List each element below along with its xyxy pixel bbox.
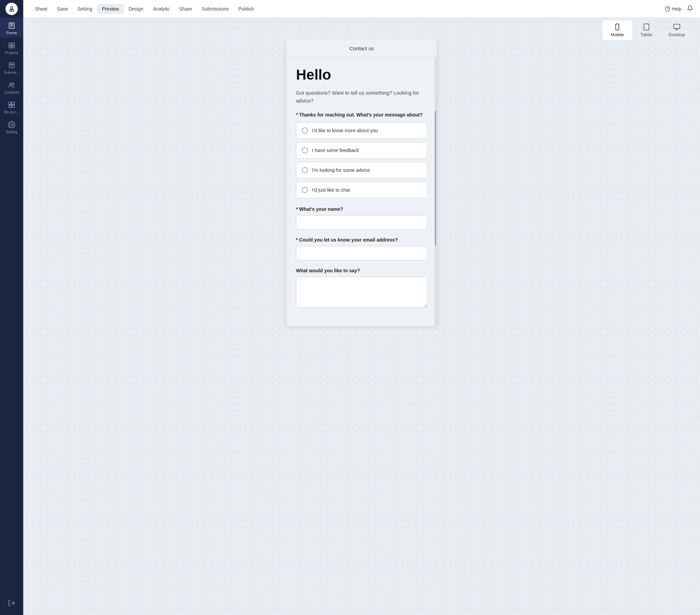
- radio-label-2: I have some feedback: [312, 148, 359, 153]
- form-subtitle: Got questions? Want to tell us something…: [296, 89, 427, 104]
- help-label: Help: [672, 6, 682, 12]
- nav-analytic[interactable]: Analytic: [148, 4, 175, 14]
- radio-option-1[interactable]: I'd like to know more about you: [296, 122, 427, 139]
- sidebar-logo[interactable]: [0, 0, 23, 18]
- desktop-icon: [673, 23, 680, 31]
- nav-share[interactable]: Share: [175, 4, 197, 14]
- form-wrapper: Contact us Hello Got questions? Want to …: [286, 40, 437, 326]
- logout-icon: [8, 599, 15, 607]
- topnav-right: Help: [665, 5, 693, 13]
- device-tab-tablet[interactable]: Tablet: [632, 21, 661, 40]
- device-tab-mobile-label: Mobile: [611, 32, 624, 37]
- sidebar-bottom: [8, 595, 15, 615]
- svg-point-13: [11, 124, 13, 126]
- projects-icon: [8, 42, 15, 49]
- svg-rect-10: [12, 102, 14, 104]
- svg-rect-21: [674, 24, 680, 29]
- sidebar-item-projects[interactable]: Projects: [0, 38, 23, 58]
- svg-rect-12: [12, 105, 14, 108]
- nav-sheet[interactable]: Sheet: [30, 4, 52, 14]
- bell-icon: [687, 5, 693, 11]
- svg-rect-9: [9, 102, 11, 104]
- nav-submissions[interactable]: Submissions: [197, 4, 234, 14]
- my-account-icon: [8, 101, 15, 109]
- scroll-bar: [435, 111, 436, 245]
- sidebar-item-projects-label: Projects: [5, 51, 18, 55]
- sidebar-item-forms-label: Forms: [6, 31, 17, 35]
- svg-rect-1: [9, 23, 14, 29]
- sidebar-item-setting-label: Setting: [6, 130, 17, 134]
- notifications-button[interactable]: [687, 5, 693, 13]
- radio-option-3[interactable]: I'm looking for some advice: [296, 162, 427, 178]
- sidebar-item-my-account[interactable]: My Acc...: [0, 97, 23, 117]
- form-label-name: * What's your name?: [296, 206, 427, 212]
- contacts-icon: [8, 81, 15, 89]
- svg-rect-4: [9, 46, 11, 48]
- device-tab-desktop[interactable]: Desktop: [660, 21, 693, 40]
- main-area: Sheet Save Setting Preview Design Analyt…: [23, 0, 700, 615]
- radio-option-2[interactable]: I have some feedback: [296, 142, 427, 159]
- svg-point-7: [10, 83, 12, 85]
- sidebar-item-forms[interactable]: Forms: [0, 18, 23, 38]
- form-field-email-group: * Could you let us know your email addre…: [296, 237, 427, 260]
- nav-items: Sheet Save Setting Preview Design Analyt…: [30, 4, 665, 14]
- nav-design[interactable]: Design: [124, 4, 148, 14]
- nav-save[interactable]: Save: [52, 4, 73, 14]
- radio-label-4: I'd just like to chat: [312, 187, 350, 193]
- svg-rect-2: [9, 43, 11, 46]
- sidebar-item-contacts[interactable]: Contacts: [0, 77, 23, 97]
- svg-rect-11: [9, 105, 11, 108]
- sidebar: Forms Projects Submis...: [0, 0, 23, 615]
- tablet-icon: [642, 23, 650, 31]
- sidebar-item-logout[interactable]: [8, 595, 15, 610]
- sidebar-item-submissions-label: Submis...: [4, 71, 20, 75]
- radio-option-4[interactable]: I'd just like to chat: [296, 182, 427, 198]
- help-button[interactable]: Help: [665, 6, 682, 12]
- radio-label-1: I'd like to know more about you: [312, 128, 378, 133]
- sidebar-item-my-account-label: My Acc...: [4, 110, 20, 114]
- form-field-message-group: What would you like to say?: [296, 268, 427, 308]
- nav-preview[interactable]: Preview: [97, 4, 124, 14]
- name-input[interactable]: [296, 215, 427, 230]
- svg-point-0: [11, 9, 12, 10]
- top-nav: Sheet Save Setting Preview Design Analyt…: [23, 0, 700, 18]
- sidebar-item-contacts-label: Contacts: [4, 90, 19, 94]
- form-header: Contact us: [286, 40, 437, 57]
- preview-area: Contact us Hello Got questions? Want to …: [23, 40, 700, 615]
- form-heading: Hello: [296, 67, 427, 83]
- form-title: Contact us: [349, 46, 374, 51]
- device-tab-desktop-label: Desktop: [668, 32, 685, 37]
- forms-icon: [8, 22, 15, 29]
- nav-setting[interactable]: Setting: [73, 4, 97, 14]
- radio-group: I'd like to know more about you I have s…: [296, 122, 427, 198]
- submissions-icon: [8, 62, 15, 69]
- radio-circle-4: [302, 187, 308, 193]
- form-field-name-group: * What's your name?: [296, 206, 427, 230]
- mobile-icon: [613, 23, 621, 31]
- settings-icon: [8, 121, 15, 128]
- device-tabs: Mobile Tablet Desktop: [23, 18, 700, 40]
- radio-label-3: I'm looking for some advice: [312, 167, 370, 173]
- form-question1: * Thanks for reaching out. What's your m…: [296, 112, 427, 117]
- device-tab-tablet-label: Tablet: [640, 32, 652, 37]
- sidebar-item-submissions[interactable]: Submis...: [0, 58, 23, 77]
- radio-circle-3: [302, 167, 308, 173]
- form-label-email: * Could you let us know your email addre…: [296, 237, 427, 242]
- svg-rect-5: [12, 46, 14, 48]
- message-textarea[interactable]: [296, 277, 427, 308]
- sidebar-item-setting[interactable]: Setting: [0, 117, 23, 137]
- nav-publish[interactable]: Publish: [234, 4, 259, 14]
- logo-icon: [5, 3, 18, 15]
- svg-rect-3: [12, 43, 14, 46]
- radio-circle-1: [302, 127, 308, 134]
- form-body: Hello Got questions? Want to tell us som…: [286, 57, 437, 326]
- svg-point-8: [12, 83, 14, 85]
- sidebar-nav: Forms Projects Submis...: [0, 18, 23, 595]
- email-input[interactable]: [296, 246, 427, 260]
- content-area: Mobile Tablet Desktop Conta: [23, 18, 700, 615]
- form-label-message: What would you like to say?: [296, 268, 427, 273]
- radio-circle-2: [302, 147, 308, 153]
- device-tab-mobile[interactable]: Mobile: [603, 21, 632, 40]
- help-icon: [665, 6, 670, 12]
